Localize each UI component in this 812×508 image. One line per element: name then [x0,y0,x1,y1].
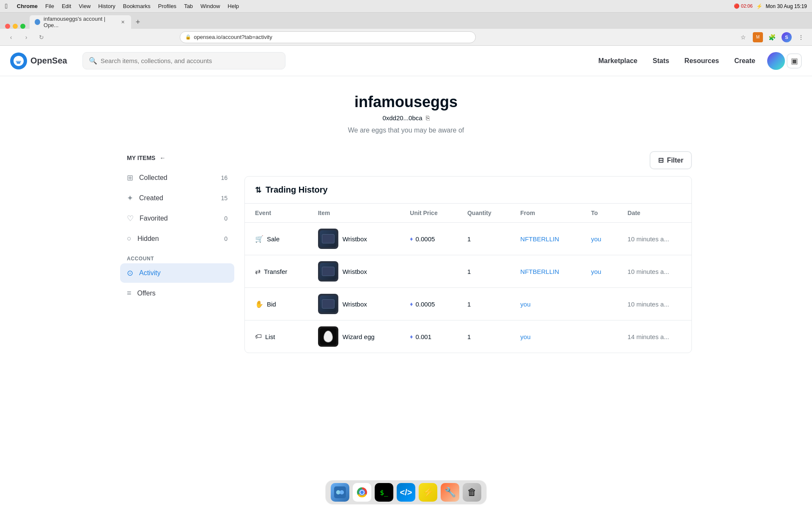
search-bar: 🔍 [82,52,285,69]
sidebar-item-offers[interactable]: ≡ Offers [120,284,234,303]
item-thumbnail [318,326,338,347]
profile-address: 0xdd20...0bca ⎘ [10,114,802,121]
back-button[interactable]: ‹ [5,31,17,43]
sidebar-item-collected[interactable]: ⊞ Collected 16 [120,168,234,188]
back-arrow-icon[interactable]: ← [159,155,165,161]
table-row: 🏷 List Wizard egg ♦ 0.001 1you14 minutes… [245,320,691,353]
reload-button[interactable]: ↻ [36,31,47,43]
metamask-icon[interactable]: M [753,32,763,42]
from-link[interactable]: NFTBERLLIN [520,235,559,243]
item-name[interactable]: Wristbox [343,268,367,275]
back-section-icon: MY ITEMS [127,155,155,161]
event-content: ⇄ Transfer [255,268,298,276]
sidebar-item-favorited[interactable]: ♡ Favorited 0 [120,209,234,228]
content-area: ⊟ Filter ⇅ Trading History Event Item [234,144,692,360]
file-menu[interactable]: File [45,3,54,9]
activity-icon: ⊙ [127,268,133,278]
nav-link-create[interactable]: Create [727,53,762,69]
filter-button[interactable]: ⊟ Filter [650,151,692,169]
item-name[interactable]: Wizard egg [343,333,375,340]
sidebar-favorited-label: Favorited [140,215,168,222]
battery-status: 🔴 02:06 [734,3,753,9]
close-button[interactable] [5,24,10,29]
apple-menu[interactable]:  [5,3,8,10]
quantity-cell: 1 [457,223,510,255]
profile-avatar[interactable]: S [782,32,792,42]
wristbox-image [320,263,337,280]
profile-username: infamouseggs [10,93,802,111]
event-type-icon: 🏷 [255,333,262,340]
from-cell: you [510,288,581,320]
date-text: 14 minutes a... [628,333,669,340]
maximize-button[interactable] [20,24,25,29]
address-text: 0xdd20...0bca [382,114,422,121]
item-name[interactable]: Wristbox [343,235,367,243]
tab-menu[interactable]: Tab [184,3,193,9]
table-row: 🛒 Sale Wristbox ♦ 0.0005 1NFTBERLLINyou1… [245,223,691,255]
new-tab-button[interactable]: + [132,16,144,28]
history-menu[interactable]: History [98,3,115,9]
forward-button[interactable]: › [20,31,32,43]
url-bar[interactable]: 🔒 opensea.io/account?tab=activity [180,31,476,43]
to-link[interactable]: you [591,235,601,243]
search-input[interactable] [101,57,279,64]
opensea-logo[interactable]: OpenSea [10,52,67,69]
from-link[interactable]: you [520,333,530,340]
col-unit-price: Unit Price [400,204,457,223]
to-link[interactable]: you [591,268,601,275]
event-content: 🏷 List [255,333,298,340]
bookmarks-menu[interactable]: Bookmarks [123,3,151,9]
profiles-menu[interactable]: Profiles [158,3,176,9]
created-icon: ✦ [127,193,133,203]
copy-icon[interactable]: ⎘ [426,114,430,121]
event-type-text: List [265,333,275,340]
tab-bar: infamouseggs's account | Ope... ✕ + [0,13,812,29]
extensions-icon[interactable]: 🧩 [766,31,778,43]
wristbox-inner [322,234,335,243]
app-name[interactable]: Chrome [17,3,38,9]
trading-history-table-wrapper: Event Item Unit Price Quantity From To D… [245,204,691,353]
menu-icon[interactable]: ⋮ [795,31,807,43]
to-cell: you [581,255,617,288]
nav-link-marketplace[interactable]: Marketplace [592,53,645,69]
item-name[interactable]: Wristbox [343,301,367,308]
edit-menu[interactable]: Edit [62,3,71,9]
tab-favicon [35,19,40,25]
sidebar-hidden-count: 0 [224,235,228,242]
minimize-button[interactable] [13,24,18,29]
offers-icon: ≡ [127,289,132,298]
from-link[interactable]: you [520,301,530,308]
collected-icon: ⊞ [127,173,133,182]
col-quantity: Quantity [457,204,510,223]
nav-link-stats[interactable]: Stats [646,53,676,69]
browser-tab[interactable]: infamouseggs's account | Ope... ✕ [30,15,131,29]
event-type-icon: ⇄ [255,268,261,276]
user-avatar[interactable] [767,52,785,70]
col-from: From [510,204,581,223]
window-menu[interactable]: Window [200,3,220,9]
bookmark-icon[interactable]: ☆ [738,31,749,43]
price-cell: ♦ 0.0005 [400,288,457,320]
wristbox-inner [322,267,335,276]
wallet-icon[interactable]: ▣ [787,53,802,69]
quantity-cell: 1 [457,320,510,353]
from-link[interactable]: NFTBERLLIN [520,268,559,275]
trading-history-table: Event Item Unit Price Quantity From To D… [245,204,691,353]
sidebar-item-hidden[interactable]: ○ Hidden 0 [120,229,234,248]
event-content: 🛒 Sale [255,235,298,243]
filter-label: Filter [667,157,683,164]
nav-link-resources[interactable]: Resources [678,53,726,69]
sidebar-item-created[interactable]: ✦ Created 15 [120,188,234,208]
sidebar: MY ITEMS ← ⊞ Collected 16 ✦ Created 15 ♡… [120,144,234,360]
sidebar-created-label: Created [139,194,163,202]
sidebar-item-activity[interactable]: ⊙ Activity [120,263,234,283]
from-cell: NFTBERLLIN [510,255,581,288]
tab-close-button[interactable]: ✕ [120,19,126,25]
quantity-cell: 1 [457,288,510,320]
sidebar-offers-label: Offers [137,290,156,297]
help-menu[interactable]: Help [228,3,239,9]
event-type-text: Bid [267,301,276,308]
price-cell: ♦ 0.001 [400,320,457,353]
view-menu[interactable]: View [79,3,91,9]
opensea-nav: OpenSea 🔍 Marketplace Stats Resources Cr… [0,46,812,76]
